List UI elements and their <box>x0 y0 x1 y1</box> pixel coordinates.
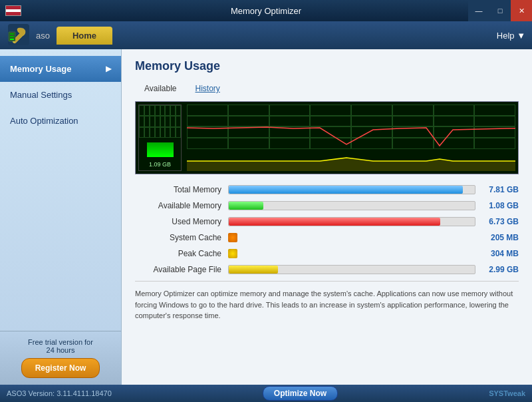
content-title: Memory Usage <box>135 59 519 73</box>
stat-row-page-file: Available Page File 2.99 GB <box>135 265 519 274</box>
chart-main <box>187 104 515 171</box>
svg-rect-3 <box>10 33 14 35</box>
description-text: Memory Optimizer can optimize memory and… <box>135 281 519 328</box>
stat-value-available: 1.08 GB <box>482 201 519 210</box>
stat-label-total: Total Memory <box>135 185 221 194</box>
stat-value-peak-cache: 304 MB <box>482 249 519 258</box>
trial-line1: Free trial version for <box>7 338 114 346</box>
register-button[interactable]: Register Now <box>21 358 100 378</box>
stat-label-page-file: Available Page File <box>135 265 221 274</box>
stat-bar-available <box>228 201 475 210</box>
stat-bar-total <box>228 185 475 194</box>
title-bar: Memory Optimizer — □ ✕ <box>0 0 532 21</box>
stat-row-available: Available Memory 1.08 GB <box>135 201 519 210</box>
chart-mini: 1.09 GB <box>138 104 182 171</box>
chart-mini-label: 1.09 GB <box>149 161 171 168</box>
sys-logo: SYSTweak <box>489 389 525 397</box>
stat-row-total: Total Memory 7.81 GB <box>135 185 519 194</box>
stat-value-used: 6.73 GB <box>482 217 519 226</box>
stat-bar-fill-total <box>229 186 463 194</box>
user-label: aso <box>36 31 50 41</box>
nav-bar: aso Home Help ▼ <box>0 21 532 49</box>
close-button[interactable]: ✕ <box>511 0 532 21</box>
stat-value-total: 7.81 GB <box>482 185 519 194</box>
sidebar-item-memory-usage[interactable]: Memory Usage ▶ <box>0 56 121 82</box>
tab-history[interactable]: History <box>186 81 229 96</box>
stat-bar-page-file <box>228 265 475 274</box>
trial-box: Free trial version for 24 hours Register… <box>0 331 121 385</box>
home-tab[interactable]: Home <box>57 27 112 45</box>
stat-value-system-cache: 205 MB <box>482 233 519 242</box>
content-area: Memory Usage Available History <box>122 49 532 385</box>
help-button[interactable]: Help ▼ <box>497 31 525 41</box>
stat-indicator-peak-cache <box>228 249 237 258</box>
tab-available[interactable]: Available <box>135 81 186 96</box>
bottom-bar: ASO3 Version: 3.11.4111.18470 Optimize N… <box>0 385 532 402</box>
stat-bar-used <box>228 217 475 226</box>
stat-row-system-cache: System Cache 205 MB <box>135 233 519 242</box>
sidebar: Memory Usage ▶ Manual Settings Auto Opti… <box>0 49 122 385</box>
svg-rect-5 <box>10 39 14 40</box>
window-title: Memory Optimizer <box>231 6 301 16</box>
stat-row-used: Used Memory 6.73 GB <box>135 217 519 226</box>
chart-area: 1.09 GB <box>135 101 519 174</box>
version-text: ASO3 Version: 3.11.4111.18470 <box>7 389 112 397</box>
stat-row-peak-cache: Peak Cache 304 MB <box>135 249 519 258</box>
sidebar-item-manual-settings[interactable]: Manual Settings <box>0 82 121 108</box>
maximize-button[interactable]: □ <box>489 0 511 21</box>
sidebar-item-label: Auto Optimization <box>10 116 78 126</box>
trial-line2: 24 hours <box>7 346 114 354</box>
main-layout: Memory Usage ▶ Manual Settings Auto Opti… <box>0 49 532 385</box>
sidebar-item-auto-optimization[interactable]: Auto Optimization <box>0 108 121 134</box>
stat-bar-fill-used <box>229 218 440 226</box>
svg-rect-4 <box>10 36 14 37</box>
stat-value-page-file: 2.99 GB <box>482 265 519 274</box>
stat-bar-fill-available <box>229 202 263 210</box>
stat-bar-fill-page-file <box>229 266 278 274</box>
window-controls: — □ ✕ <box>468 0 532 21</box>
stat-label-used: Used Memory <box>135 217 221 226</box>
tab-row: Available History <box>135 81 519 96</box>
chevron-right-icon: ▶ <box>106 65 111 73</box>
stats-container: Total Memory 7.81 GB Available Memory 1.… <box>135 185 519 274</box>
logo-area: aso <box>7 23 50 49</box>
minimize-button[interactable]: — <box>468 0 489 21</box>
sidebar-item-label: Memory Usage <box>10 64 71 74</box>
optimize-button[interactable]: Optimize Now <box>263 386 338 401</box>
stat-label-peak-cache: Peak Cache <box>135 249 221 258</box>
stat-label-system-cache: System Cache <box>135 233 221 242</box>
sidebar-item-label: Manual Settings <box>10 90 72 100</box>
chart-svg <box>187 104 515 171</box>
chart-mini-bar <box>147 142 174 157</box>
app-icon <box>7 23 31 49</box>
stat-label-available: Available Memory <box>135 201 221 210</box>
stat-indicator-system-cache <box>228 233 237 242</box>
flag-icon <box>5 5 21 16</box>
